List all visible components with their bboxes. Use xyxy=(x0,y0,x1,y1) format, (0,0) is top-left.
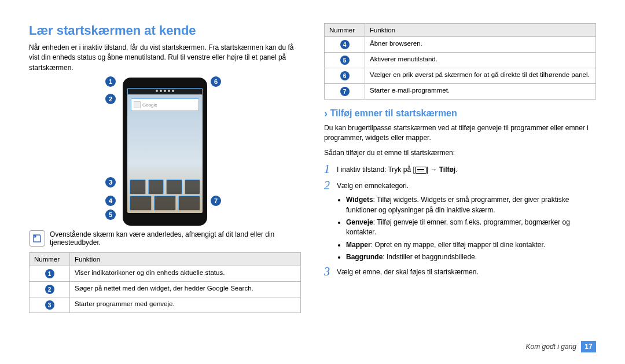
browser-icon xyxy=(130,196,152,211)
callout-5: 5 xyxy=(105,209,116,220)
shortcut-row-1 xyxy=(130,179,200,194)
app-icon xyxy=(148,179,164,194)
row-number: 4 xyxy=(340,40,350,49)
category-list: Widgets: Tilføj widgets. Widgets er små … xyxy=(324,195,596,262)
list-item: Baggrunde: Indstiller et baggrundsbilled… xyxy=(346,252,596,262)
callout-7: 7 xyxy=(211,196,221,206)
note: Ovenstående skærm kan være anderledes, a… xyxy=(29,230,301,247)
th-function: Funktion xyxy=(70,253,301,266)
phone-screen: Google xyxy=(127,88,203,213)
row-text: Aktiverer menutilstand. xyxy=(365,53,596,68)
row-number: 1 xyxy=(45,269,54,278)
app-icon xyxy=(185,179,201,194)
th-number: Nummer xyxy=(325,24,365,37)
status-bar xyxy=(127,88,203,95)
sub-intro: Du kan brugertilpasse startskærmen ved a… xyxy=(324,123,596,144)
menu-icon xyxy=(415,167,427,174)
callout-2: 2 xyxy=(105,94,116,104)
sub-lead: Sådan tilføjer du et emne til startskærm… xyxy=(324,148,596,158)
row-text: Vælger en prik øverst på skærmen for at … xyxy=(365,68,596,84)
row-text: Starter programmer med genveje. xyxy=(70,297,301,313)
function-table-left: Nummer Funktion 1 Viser indikatorikoner … xyxy=(29,252,301,313)
phone-body: Google xyxy=(123,78,207,226)
table-row: 2 Søger på nettet med den widget, der he… xyxy=(30,282,301,297)
apps-menu-icon xyxy=(154,196,176,211)
th-number: Nummer xyxy=(30,253,70,266)
table-row: 5 Aktiverer menutilstand. xyxy=(325,53,596,68)
table-row: 7 Starter e-mail-programmet. xyxy=(325,84,596,100)
row-text: Viser indikatorikoner og din enheds aktu… xyxy=(70,266,301,282)
step-number-1: 1 xyxy=(324,163,333,176)
step-2: 2 Vælg en emnekategori. xyxy=(324,179,596,193)
step-1-bold: Tilføj xyxy=(439,166,455,174)
row-text: Søger på nettet med den widget, der hedd… xyxy=(70,282,301,297)
function-table-right: Nummer Funktion 4 Åbner browseren. 5 Akt… xyxy=(324,23,596,100)
callout-3: 3 xyxy=(105,177,116,187)
step-number-2: 2 xyxy=(324,179,333,192)
table-row: 4 Åbner browseren. xyxy=(325,37,596,53)
google-icon xyxy=(134,101,141,108)
row-number: 7 xyxy=(340,87,350,96)
step-number-3: 3 xyxy=(324,265,333,278)
step-3: 3 Vælg et emne, der skal føjes til start… xyxy=(324,265,596,279)
step-1: 1 I inaktiv tilstand: Tryk på [] → Tilfø… xyxy=(324,163,596,177)
th-function: Funktion xyxy=(365,24,596,37)
step-3-text: Vælg et emne, der skal føjes til startsk… xyxy=(337,267,479,277)
subheading: › Tilføj emner til startskærmen xyxy=(324,108,596,120)
row-text: Åbner browseren. xyxy=(365,37,596,53)
chevron-icon: › xyxy=(324,108,328,119)
app-icon xyxy=(166,179,182,194)
callout-1: 1 xyxy=(105,76,116,87)
search-widget: Google xyxy=(131,98,199,111)
page-number: 17 xyxy=(581,341,596,352)
row-number: 3 xyxy=(45,300,54,310)
step-1-text-b: ] → xyxy=(427,166,439,174)
shortcut-row-2 xyxy=(130,196,200,211)
row-text: Starter e-mail-programmet. xyxy=(365,84,596,100)
note-text: Ovenstående skærm kan være anderledes, a… xyxy=(50,230,301,247)
step-2-text: Vælg en emnekategori. xyxy=(337,181,409,191)
list-item: Mapper: Opret en ny mappe, eller tilføj … xyxy=(346,240,596,250)
app-icon xyxy=(130,179,146,194)
table-row: 6 Vælger en prik øverst på skærmen for a… xyxy=(325,68,596,84)
row-number: 2 xyxy=(45,285,54,294)
note-icon xyxy=(29,230,45,247)
page-footer: Kom godt i gang 17 xyxy=(526,341,596,352)
page-heading: Lær startskærmen at kende xyxy=(29,23,301,38)
row-number: 5 xyxy=(340,56,350,65)
table-row: 1 Viser indikatorikoner og din enheds ak… xyxy=(30,266,301,282)
search-placeholder: Google xyxy=(142,102,157,108)
list-item: Widgets: Tilføj widgets. Widgets er små … xyxy=(346,195,596,215)
phone-illustration: 1 6 2 3 4 7 5 Google xyxy=(29,78,301,226)
panel-dots xyxy=(128,90,202,94)
list-item: Genveje: Tilføj genveje til emner, som f… xyxy=(346,218,596,238)
row-number: 6 xyxy=(340,71,350,80)
intro-text: Når enheden er i inaktiv tilstand, får d… xyxy=(29,43,301,73)
table-row: 3 Starter programmer med genveje. xyxy=(30,297,301,313)
callout-4: 4 xyxy=(105,196,116,206)
callout-6: 6 xyxy=(211,76,221,87)
email-icon xyxy=(178,196,200,211)
step-1-text-a: I inaktiv tilstand: Tryk på [ xyxy=(337,166,415,174)
footer-text: Kom godt i gang xyxy=(526,343,576,351)
